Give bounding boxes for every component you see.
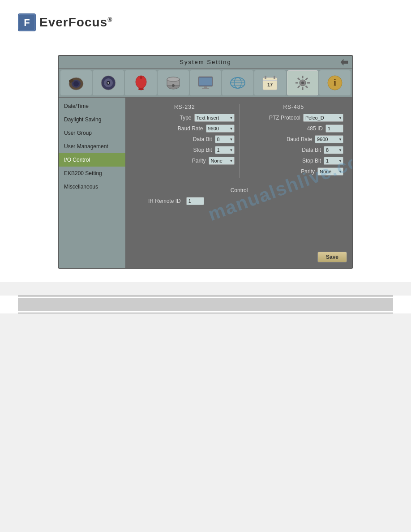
svg-point-18 <box>167 77 180 82</box>
ir-remote-row: IR Remote ID <box>135 197 343 205</box>
rs232-type-wrapper[interactable]: Text Insert PTZ <box>194 114 235 122</box>
svg-rect-23 <box>202 88 209 89</box>
rs232-stopbit-wrapper[interactable]: 1 2 <box>215 146 235 154</box>
rs485-databit-wrapper[interactable]: 8 5 6 7 <box>324 146 343 154</box>
rs232-parity-wrapper[interactable]: None Even Odd <box>209 157 235 165</box>
svg-rect-22 <box>204 86 207 88</box>
rs232-type-select[interactable]: Text Insert PTZ <box>194 114 235 122</box>
rs485-id-row: 485 ID <box>244 124 344 133</box>
rs-sections: RS-232 Type Text Insert PTZ <box>135 104 343 178</box>
control-title: Control <box>135 187 343 193</box>
sidebar-item-daylight[interactable]: Daylight Saving <box>59 113 125 126</box>
sidebar-item-misc[interactable]: Miscellaneous <box>59 180 125 193</box>
rs485-baud-row: Baud Rate 9600 1200 2400 4800 19200 3840… <box>244 135 344 143</box>
rs485-parity-wrapper[interactable]: None Even Odd <box>317 167 343 176</box>
svg-rect-13 <box>138 88 144 90</box>
control-section: Control IR Remote ID <box>135 187 343 205</box>
rs232-type-row: Type Text Insert PTZ <box>135 114 235 122</box>
rs232-databit-wrapper[interactable]: 8 5 6 7 <box>215 135 235 143</box>
rs232-stopbit-row: Stop Bit 1 2 <box>135 146 235 154</box>
logo-area: F EverFocus® <box>0 0 411 42</box>
logo-box: F EverFocus® <box>18 13 113 31</box>
svg-rect-30 <box>265 76 266 79</box>
rs485-section: RS-485 PTZ Protocol Pelco_D Pelco_P AD42… <box>244 104 344 178</box>
info-toolbar-icon[interactable]: i <box>319 70 351 95</box>
svg-point-11 <box>107 82 109 84</box>
svg-text:F: F <box>24 17 30 28</box>
rs485-title: RS-485 <box>244 104 344 110</box>
rs232-section: RS-232 Type Text Insert PTZ <box>135 104 235 178</box>
rs232-databit-row: Data Bit 8 5 6 7 <box>135 135 235 143</box>
rs485-ptz-wrapper[interactable]: Pelco_D Pelco_P AD422 <box>303 114 343 122</box>
rs485-ptz-select[interactable]: Pelco_D Pelco_P AD422 <box>303 114 343 122</box>
sidebar-item-iocontrol[interactable]: I/O Control <box>59 153 125 167</box>
rs232-stopbit-select[interactable]: 1 2 <box>215 146 235 154</box>
title-bar: System Setting <box>59 56 352 69</box>
svg-rect-21 <box>199 77 212 86</box>
system-window: System Setting <box>58 55 353 269</box>
rs232-databit-select[interactable]: 8 5 6 7 <box>215 135 235 143</box>
rs232-parity-label: Parity <box>192 158 206 164</box>
rs485-id-input[interactable] <box>325 124 343 133</box>
rs485-ptz-label: PTZ Protocol <box>269 115 300 121</box>
settings-toolbar-icon[interactable] <box>287 70 318 95</box>
window-title: System Setting <box>180 59 231 65</box>
rs485-stopbit-label: Stop Bit <box>302 158 321 164</box>
window-body: Date/Time Daylight Saving User Group Use… <box>59 98 352 268</box>
schedule-toolbar-icon[interactable]: 17 <box>254 70 286 95</box>
rs232-databit-label: Data Bit <box>193 136 212 142</box>
icon-toolbar: 17 i <box>59 69 352 98</box>
sidebar-item-ekb200[interactable]: EKB200 Setting <box>59 167 125 180</box>
rs485-stopbit-select[interactable]: 1 2 <box>324 157 343 165</box>
svg-point-19 <box>172 84 175 87</box>
rs232-baud-wrapper[interactable]: 9600 1200 2400 4800 19200 38400 57600 11… <box>206 124 235 133</box>
network-toolbar-icon[interactable] <box>222 70 253 95</box>
svg-marker-3 <box>341 59 348 65</box>
window-wrapper: System Setting <box>0 42 411 282</box>
rs485-parity-select[interactable]: None Even Odd <box>317 167 343 176</box>
disk-toolbar-icon[interactable] <box>158 70 189 95</box>
sidebar-item-usermgmt[interactable]: User Management <box>59 140 125 153</box>
rs232-title: RS-232 <box>135 104 235 110</box>
sidebar: Date/Time Daylight Saving User Group Use… <box>59 98 126 268</box>
rs232-parity-select[interactable]: None Even Odd <box>209 157 235 165</box>
rs485-baud-select[interactable]: 9600 1200 2400 4800 19200 38400 57600 11… <box>315 135 343 143</box>
svg-line-42 <box>305 78 308 80</box>
save-area: Save <box>317 252 347 262</box>
rs485-databit-row: Data Bit 8 5 6 7 <box>244 146 344 154</box>
ir-remote-label: IR Remote ID <box>148 198 181 204</box>
rs232-baud-select[interactable]: 9600 1200 2400 4800 19200 38400 57600 11… <box>206 124 235 133</box>
rs232-stopbit-label: Stop Bit <box>193 147 212 153</box>
footer-area <box>0 296 411 313</box>
rs-divider <box>239 104 240 178</box>
content-area: manualshlive.com RS-232 Type Text Insert <box>126 98 352 268</box>
rs485-id-label: 485 ID <box>307 125 323 132</box>
alarm-toolbar-icon[interactable] <box>125 70 156 95</box>
rs485-stopbit-wrapper[interactable]: 1 2 <box>324 157 343 165</box>
sidebar-item-datetime[interactable]: Date/Time <box>59 99 125 113</box>
svg-text:17: 17 <box>267 82 273 87</box>
svg-text:i: i <box>334 77 336 87</box>
svg-line-40 <box>298 78 300 80</box>
rs232-baud-label: Baud Rate <box>178 125 203 132</box>
rs232-type-label: Type <box>180 115 191 121</box>
display-toolbar-icon[interactable] <box>190 70 221 95</box>
record-toolbar-icon[interactable] <box>93 70 124 95</box>
rs485-parity-row: Parity None Even Odd <box>244 167 344 176</box>
rs232-parity-row: Parity None Even Odd <box>135 157 235 165</box>
svg-rect-32 <box>263 80 277 81</box>
footer-line-top <box>18 296 393 296</box>
ir-remote-input[interactable] <box>186 197 204 205</box>
rs485-baud-label: Baud Rate <box>287 136 312 142</box>
svg-line-41 <box>305 86 308 88</box>
rs485-databit-select[interactable]: 8 5 6 7 <box>324 146 343 154</box>
rs485-baud-wrapper[interactable]: 9600 1200 2400 4800 19200 38400 57600 11… <box>315 135 343 143</box>
rs232-baud-row: Baud Rate 9600 1200 2400 4800 19200 3840… <box>135 124 235 133</box>
save-button[interactable]: Save <box>317 252 347 262</box>
footer-bar <box>18 298 393 311</box>
svg-point-14 <box>140 76 142 79</box>
camera-toolbar-icon[interactable] <box>60 70 92 95</box>
svg-rect-31 <box>274 76 275 79</box>
sidebar-item-usergroup[interactable]: User Group <box>59 126 125 140</box>
back-button[interactable] <box>340 58 349 66</box>
